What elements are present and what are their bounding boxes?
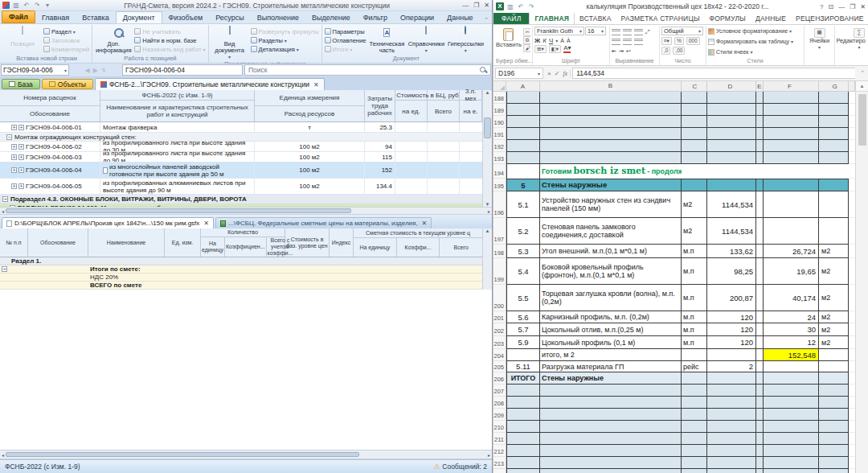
row-header-211[interactable]: 211: [493, 433, 506, 445]
cell[interactable]: [764, 433, 819, 445]
cell[interactable]: [506, 140, 540, 152]
cell[interactable]: [756, 285, 764, 311]
cell[interactable]: [819, 349, 849, 361]
minimize-button[interactable]: —: [838, 3, 845, 10]
cell[interactable]: м2: [819, 258, 849, 285]
undo-icon[interactable]: ↶: [517, 3, 525, 10]
tab-Вставка[interactable]: Вставка: [76, 12, 115, 23]
collapse-icon[interactable]: −: [6, 134, 12, 140]
cell[interactable]: [756, 191, 764, 218]
cell[interactable]: [506, 164, 540, 179]
summary-row[interactable]: ВСЕГО по смете: [0, 282, 482, 290]
scroll-right-icon[interactable]: ▸: [488, 452, 490, 458]
cell[interactable]: Стеновая панель замкового соединения,с д…: [540, 218, 682, 245]
scroll-thumb[interactable]: [858, 94, 866, 146]
cell[interactable]: [540, 104, 682, 116]
editing-button[interactable]: ∑ Редактирование▾: [837, 27, 866, 57]
cell[interactable]: [682, 469, 707, 473]
col-qty-coef[interactable]: Коэффициен...: [225, 237, 266, 257]
expand-icon[interactable]: +: [11, 125, 17, 130]
col-unit[interactable]: Единица измерения: [255, 90, 364, 105]
document-tab[interactable]: ФСНБ-2...\ГЭСН09. Строительные металличе…: [95, 78, 325, 90]
cell[interactable]: [540, 421, 682, 433]
format-as-table-button[interactable]: Форматировать как таблицу▾: [708, 37, 802, 46]
tab-ДАННЫЕ[interactable]: ДАННЫЕ: [751, 13, 791, 24]
align-middle-icon[interactable]: [623, 29, 632, 35]
row-header-210[interactable]: 210: [493, 421, 506, 433]
close-button[interactable]: ✕: [484, 2, 489, 9]
cell[interactable]: [756, 258, 764, 285]
tab-Выполнение[interactable]: Выполнение: [251, 12, 305, 23]
cell[interactable]: м2: [682, 191, 707, 218]
font-size-combo[interactable]: 16▾: [585, 27, 606, 35]
cell[interactable]: [764, 421, 819, 433]
cell[interactable]: [756, 336, 764, 349]
zagolovok-button[interactable]: Заголовок: [43, 36, 89, 44]
col-cost-unit[interactable]: на ед.: [395, 101, 427, 121]
row-header-200[interactable]: 200: [493, 285, 506, 311]
work-type-button[interactable]: Назначить вид работ▾: [134, 45, 205, 53]
cell[interactable]: [756, 409, 764, 421]
column-header-C[interactable]: C: [682, 81, 707, 91]
estimate-file-tab[interactable]: D:\БОРЩ\БЛОК АПРЕЛЬ\Произв цех 1842\н...…: [2, 217, 214, 228]
tab-Документ[interactable]: Документ: [116, 11, 162, 23]
row-header-199[interactable]: 199: [493, 258, 506, 285]
expand-icon[interactable]: +: [18, 167, 24, 173]
cell[interactable]: 5.1: [506, 191, 540, 218]
shrink-font-icon[interactable]: А̀: [567, 38, 571, 43]
cell[interactable]: [540, 397, 682, 409]
totals-button[interactable]: Итоги▾: [325, 45, 366, 53]
col-zp-unit[interactable]: на е.: [460, 101, 481, 121]
cell[interactable]: [506, 397, 540, 409]
summary-row[interactable]: Раздел 1.: [0, 257, 482, 265]
forward-icon[interactable]: ▶: [93, 67, 98, 74]
cell[interactable]: [707, 409, 756, 421]
cell[interactable]: [756, 372, 764, 385]
collapse-icon[interactable]: −: [2, 266, 7, 272]
cell[interactable]: Устройство наружных стен из сэндвич пане…: [540, 191, 682, 218]
cell[interactable]: [540, 457, 682, 469]
percent-icon[interactable]: %: [674, 37, 684, 45]
row-header-213[interactable]: 213: [493, 457, 506, 469]
norm-item-row[interactable]: ++ГЭСН09-04-006-04из многослойных панеле…: [0, 162, 482, 179]
col-qty-unit[interactable]: На единицу: [201, 237, 225, 257]
row-header-198[interactable]: 198: [493, 245, 506, 258]
cell[interactable]: [756, 433, 764, 445]
cell[interactable]: [540, 152, 682, 164]
format-painter-icon[interactable]: 🖌: [523, 44, 530, 52]
cell[interactable]: 5.3: [506, 245, 540, 258]
cell[interactable]: [506, 421, 540, 433]
fsbc-tab[interactable]: ...\ФСБЦ. Федеральные сметные цены на ма…: [215, 217, 432, 228]
doc-view-button[interactable]: Вид документа▾: [211, 26, 248, 60]
cell[interactable]: [819, 397, 849, 409]
col-num[interactable]: № п.п: [0, 228, 28, 257]
borders-icon[interactable]: ⊞▾: [534, 45, 547, 53]
tab-ВСТАВКА[interactable]: ВСТАВКА: [575, 13, 616, 24]
italic-button[interactable]: К: [542, 37, 547, 44]
cell[interactable]: [682, 179, 707, 191]
row-header-191[interactable]: 191: [493, 128, 506, 140]
col-unit[interactable]: Ед. изм.: [165, 228, 201, 257]
row-header-202[interactable]: 202: [493, 323, 506, 336]
cell[interactable]: [819, 421, 849, 433]
cell[interactable]: [540, 469, 682, 473]
cell[interactable]: [540, 128, 682, 140]
detail-button[interactable]: Детализация▾: [251, 45, 319, 53]
summary-row[interactable]: НДС 20%: [0, 274, 482, 282]
summary-row[interactable]: −Итоги по смете:: [0, 265, 482, 274]
cell[interactable]: [707, 385, 756, 397]
row-header-205[interactable]: 205: [493, 361, 506, 372]
cell[interactable]: Цокольный профиль (0,1 м): [540, 336, 682, 349]
cell[interactable]: м2: [682, 218, 707, 245]
expand-icon[interactable]: +: [18, 183, 24, 189]
cancel-icon[interactable]: ×: [547, 70, 551, 77]
cell[interactable]: [764, 218, 819, 245]
cell[interactable]: [682, 164, 707, 179]
cell[interactable]: [506, 469, 540, 473]
redo-icon[interactable]: ↷: [33, 2, 41, 9]
cell[interactable]: 24: [764, 311, 819, 323]
customize-qat-icon[interactable]: ▾: [43, 2, 51, 9]
cell[interactable]: [682, 397, 707, 409]
cell[interactable]: [682, 457, 707, 469]
cell[interactable]: [764, 445, 819, 457]
